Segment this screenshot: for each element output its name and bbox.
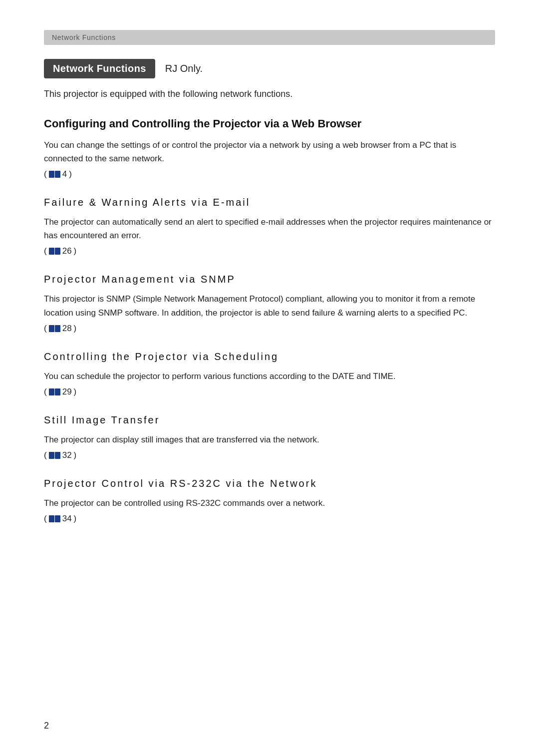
section-body-rs232c: The projector can be controlled using RS…: [44, 496, 495, 510]
page-num-rs232c: 34: [62, 514, 72, 524]
book-icon-scheduling: [49, 388, 60, 395]
section-title-web-browser: Configuring and Controlling the Projecto…: [44, 117, 495, 131]
section-web-browser: Configuring and Controlling the Projecto…: [44, 117, 495, 179]
section-still-image: Still Image TransferThe projector can di…: [44, 413, 495, 460]
network-functions-badge: Network Functions: [44, 59, 155, 78]
page-num-still-image: 32: [62, 450, 72, 460]
section-body-snmp: This projector is SNMP (Simple Network M…: [44, 292, 495, 319]
section-body-web-browser: You can change the settings of or contro…: [44, 138, 495, 165]
header-row: Network Functions RJ Only.: [44, 59, 495, 78]
page-num-web-browser: 4: [62, 169, 67, 179]
book-sq2: [55, 388, 60, 395]
page-ref-scheduling: (29): [44, 387, 495, 397]
close-paren-rs232c: ): [74, 514, 77, 524]
page-number: 2: [44, 721, 49, 731]
breadcrumb: Network Functions: [44, 30, 495, 45]
close-paren-email-alerts: ): [74, 246, 77, 256]
book-icon-rs232c: [49, 515, 60, 522]
open-paren-web-browser: (: [44, 169, 47, 179]
open-paren-still-image: (: [44, 450, 47, 460]
book-sq1: [49, 515, 54, 522]
page-num-scheduling: 29: [62, 387, 72, 397]
section-title-scheduling: Controlling the Projector via Scheduling: [44, 350, 495, 364]
sections-container: Configuring and Controlling the Projecto…: [44, 117, 495, 524]
breadcrumb-text: Network Functions: [52, 33, 116, 41]
book-sq1: [49, 325, 54, 332]
close-paren-snmp: ): [74, 324, 77, 334]
section-title-still-image: Still Image Transfer: [44, 413, 495, 427]
close-paren-web-browser: ): [69, 169, 72, 179]
close-paren-scheduling: ): [74, 387, 77, 397]
book-sq2: [55, 248, 60, 255]
book-sq2: [55, 171, 60, 178]
rj-only-label: RJ Only.: [165, 63, 203, 74]
page-ref-email-alerts: (26): [44, 246, 495, 256]
section-body-scheduling: You can schedule the projector to perfor…: [44, 370, 495, 383]
section-email-alerts: Failure & Warning Alerts via E-mailThe p…: [44, 195, 495, 256]
open-paren-snmp: (: [44, 324, 47, 334]
book-sq1: [49, 171, 54, 178]
section-rs232c: Projector Control via RS-232C via the Ne…: [44, 476, 495, 524]
book-sq2: [55, 515, 60, 522]
intro-text: This projector is equipped with the foll…: [44, 87, 495, 101]
section-scheduling: Controlling the Projector via Scheduling…: [44, 350, 495, 397]
page-num-snmp: 28: [62, 324, 72, 334]
page-ref-rs232c: (34): [44, 514, 495, 524]
book-icon-web-browser: [49, 171, 60, 178]
section-title-rs232c: Projector Control via RS-232C via the Ne…: [44, 476, 495, 490]
section-body-still-image: The projector can display still images t…: [44, 433, 495, 446]
page-ref-snmp: (28): [44, 324, 495, 334]
page-num-email-alerts: 26: [62, 246, 72, 256]
book-icon-email-alerts: [49, 248, 60, 255]
section-title-snmp: Projector Management via SNMP: [44, 272, 495, 286]
book-sq2: [55, 452, 60, 459]
section-snmp: Projector Management via SNMPThis projec…: [44, 272, 495, 333]
book-sq1: [49, 388, 54, 395]
book-sq2: [55, 325, 60, 332]
page-ref-still-image: (32): [44, 450, 495, 460]
page-ref-web-browser: (4): [44, 169, 495, 179]
page-footer: 2: [44, 721, 49, 731]
open-paren-rs232c: (: [44, 514, 47, 524]
open-paren-scheduling: (: [44, 387, 47, 397]
page: Network Functions Network Functions RJ O…: [0, 0, 539, 756]
book-icon-snmp: [49, 325, 60, 332]
book-icon-still-image: [49, 452, 60, 459]
book-sq1: [49, 452, 54, 459]
close-paren-still-image: ): [74, 450, 77, 460]
book-sq1: [49, 248, 54, 255]
open-paren-email-alerts: (: [44, 246, 47, 256]
section-title-email-alerts: Failure & Warning Alerts via E-mail: [44, 195, 495, 209]
section-body-email-alerts: The projector can automatically send an …: [44, 215, 495, 242]
